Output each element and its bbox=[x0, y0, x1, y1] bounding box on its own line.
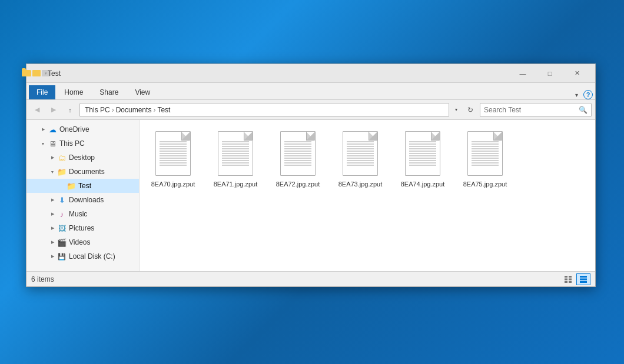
window-controls: — □ ✕ bbox=[509, 64, 590, 83]
downloads-icon: ⬇ bbox=[57, 195, 67, 205]
file-item[interactable]: 8EA73.jpg.zput bbox=[334, 127, 387, 191]
sidebar-item-downloads[interactable]: ▶ ⬇ Downloads bbox=[26, 193, 139, 207]
address-bar: ◀ ▶ ↑ This PC › Documents › Test ▾ ↻ 🔍 bbox=[26, 100, 595, 120]
file-icon-2 bbox=[280, 131, 316, 176]
sidebar-label-desktop: Desktop bbox=[69, 153, 95, 162]
ribbon-collapse-btn[interactable]: ▾ bbox=[572, 90, 581, 99]
svg-rect-3 bbox=[569, 278, 572, 280]
sidebar-label-test: Test bbox=[78, 182, 91, 190]
desktop-icon: 🗂 bbox=[57, 153, 67, 162]
thispc-icon: 🖥 bbox=[48, 139, 57, 148]
sidebar-item-music[interactable]: ▶ ♪ Music bbox=[26, 207, 139, 221]
explorer-window: ▾ Test — □ ✕ File Home Share View ▾ ? ◀ … bbox=[26, 64, 596, 287]
close-button[interactable]: ✕ bbox=[563, 64, 590, 83]
sidebar-item-documents[interactable]: ▼ 📁 Documents bbox=[26, 165, 139, 179]
tab-share[interactable]: Share bbox=[92, 85, 126, 99]
file-name-2: 8EA72.jpg.zput bbox=[276, 180, 320, 188]
sidebar: ▶ ☁ OneDrive ▼ 🖥 This PC ▶ 🗂 Desktop ▼ 📁… bbox=[26, 120, 140, 271]
file-name-3: 8EA73.jpg.zput bbox=[338, 180, 383, 188]
svg-rect-2 bbox=[565, 278, 567, 280]
tab-file[interactable]: File bbox=[29, 85, 55, 99]
title-bar-icon: ▾ bbox=[31, 69, 41, 78]
search-box[interactable]: 🔍 bbox=[480, 103, 592, 117]
sidebar-label-downloads: Downloads bbox=[69, 196, 104, 204]
file-name-4: 8EA74.jpg.zput bbox=[401, 180, 445, 188]
path-documents[interactable]: Documents bbox=[116, 106, 152, 114]
ribbon-tabs: File Home Share View ▾ ? bbox=[26, 83, 595, 99]
up-button[interactable]: ↑ bbox=[63, 103, 77, 117]
svg-rect-4 bbox=[565, 281, 567, 283]
refresh-button[interactable]: ↻ bbox=[463, 103, 477, 117]
sidebar-item-onedrive[interactable]: ▶ ☁ OneDrive bbox=[26, 122, 139, 136]
search-input[interactable] bbox=[484, 106, 579, 114]
status-bar: 6 items bbox=[26, 271, 595, 286]
file-thumb-2 bbox=[277, 129, 319, 178]
sidebar-label-videos: Videos bbox=[69, 238, 90, 246]
onedrive-icon: ☁ bbox=[48, 125, 57, 134]
sidebar-item-desktop[interactable]: ▶ 🗂 Desktop bbox=[26, 151, 139, 165]
svg-rect-7 bbox=[580, 278, 587, 280]
file-thumb-0 bbox=[152, 129, 194, 178]
file-item[interactable]: 8EA71.jpg.zput bbox=[209, 127, 262, 191]
sidebar-label-music: Music bbox=[69, 210, 87, 218]
expand-icon-music: ▶ bbox=[48, 209, 57, 219]
window-title: Test bbox=[48, 69, 509, 78]
file-thumb-5 bbox=[464, 129, 506, 178]
help-button[interactable]: ? bbox=[583, 90, 593, 99]
details-view-btn[interactable] bbox=[561, 273, 575, 285]
sidebar-item-thispc[interactable]: ▼ 🖥 This PC bbox=[26, 136, 139, 151]
path-test[interactable]: Test bbox=[157, 106, 170, 114]
file-item[interactable]: 8EA70.jpg.zput bbox=[147, 127, 200, 191]
item-count: 6 items bbox=[31, 275, 561, 283]
expand-icon-desktop: ▶ bbox=[48, 153, 57, 162]
file-item[interactable]: 8EA74.jpg.zput bbox=[396, 127, 449, 191]
ribbon: File Home Share View ▾ ? bbox=[26, 83, 595, 100]
expand-icon-thispc: ▼ bbox=[38, 139, 48, 148]
file-icon-5 bbox=[467, 131, 503, 176]
pictures-icon: 🖼 bbox=[57, 223, 67, 233]
file-thumb-1 bbox=[214, 129, 257, 178]
sidebar-item-test[interactable]: ▶ 📁 Test bbox=[26, 179, 139, 193]
sidebar-item-pictures[interactable]: ▶ 🖼 Pictures bbox=[26, 221, 139, 235]
sidebar-label-localdisk: Local Disk (C:) bbox=[69, 252, 115, 261]
file-thumb-4 bbox=[401, 129, 444, 178]
expand-icon-onedrive: ▶ bbox=[38, 125, 48, 134]
file-thumb-3 bbox=[339, 129, 381, 178]
svg-rect-6 bbox=[580, 276, 587, 278]
file-icon-4 bbox=[405, 131, 440, 176]
address-dropdown-btn[interactable]: ▾ bbox=[452, 103, 461, 117]
back-button[interactable]: ◀ bbox=[30, 103, 44, 117]
tab-view[interactable]: View bbox=[127, 85, 158, 99]
sidebar-item-localdisk[interactable]: ▶ 💾 Local Disk (C:) bbox=[26, 249, 139, 263]
large-icons-view-btn[interactable] bbox=[576, 273, 590, 285]
sidebar-label-pictures: Pictures bbox=[69, 224, 94, 232]
file-item[interactable]: 8EA75.jpg.zput bbox=[459, 127, 512, 191]
videos-icon: 🎬 bbox=[57, 238, 67, 247]
minimize-button[interactable]: — bbox=[509, 64, 536, 83]
documents-icon: 📁 bbox=[57, 167, 67, 176]
file-area: 8EA70.jpg.zput 8EA71.jpg.zput 8EA72.jpg.… bbox=[140, 120, 595, 271]
path-thispc[interactable]: This PC bbox=[85, 106, 110, 114]
expand-icon-pictures: ▶ bbox=[48, 223, 57, 233]
view-buttons bbox=[561, 273, 590, 285]
sidebar-label-documents: Documents bbox=[69, 168, 105, 176]
sidebar-item-videos[interactable]: ▶ 🎬 Videos bbox=[26, 235, 139, 249]
main-content: ▶ ☁ OneDrive ▼ 🖥 This PC ▶ 🗂 Desktop ▼ 📁… bbox=[26, 120, 595, 271]
localdisk-icon: 💾 bbox=[57, 252, 67, 261]
search-icon[interactable]: 🔍 bbox=[579, 106, 588, 114]
tab-home[interactable]: Home bbox=[57, 85, 91, 99]
file-icon-1 bbox=[218, 131, 253, 176]
sidebar-label-thispc: This PC bbox=[59, 139, 85, 148]
address-path[interactable]: This PC › Documents › Test bbox=[79, 103, 449, 117]
forward-button[interactable]: ▶ bbox=[47, 103, 61, 117]
file-icon-0 bbox=[155, 131, 191, 176]
expand-icon-videos: ▶ bbox=[48, 238, 57, 247]
file-item[interactable]: 8EA72.jpg.zput bbox=[271, 127, 324, 191]
file-name-1: 8EA71.jpg.zput bbox=[214, 180, 258, 188]
svg-rect-1 bbox=[569, 276, 572, 278]
expand-icon-downloads: ▶ bbox=[48, 195, 57, 205]
file-name-0: 8EA70.jpg.zput bbox=[151, 180, 195, 188]
svg-rect-0 bbox=[565, 276, 567, 278]
expand-icon-localdisk: ▶ bbox=[48, 252, 57, 261]
maximize-button[interactable]: □ bbox=[536, 64, 563, 83]
